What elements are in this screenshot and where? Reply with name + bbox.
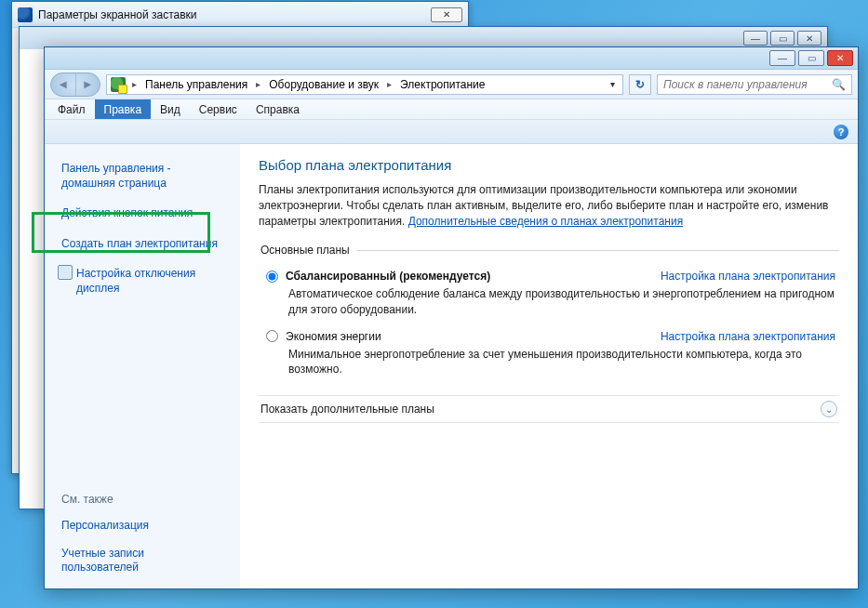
plan-balanced-name: Сбалансированный (рекомендуется) xyxy=(286,270,490,283)
nav-forward-button[interactable]: ► xyxy=(76,73,100,96)
menu-tools[interactable]: Сервис xyxy=(190,99,247,119)
control-panel-icon xyxy=(111,77,126,92)
plan-balanced-radio[interactable] xyxy=(266,271,278,283)
show-additional-plans[interactable]: Показать дополнительные планы ⌄ xyxy=(259,395,839,423)
address-bar[interactable]: ▸ Панель управления ▸ Оборудование и зву… xyxy=(106,74,623,95)
body-split: Панель управления - домашняя страница Де… xyxy=(45,144,858,588)
plans-legend: Основные планы xyxy=(259,244,357,257)
plan-balanced-configure-link[interactable]: Настройка плана электропитания xyxy=(661,270,835,283)
main-plans-group: Основные планы Сбалансированный (рекомен… xyxy=(259,244,839,390)
plan-powersaver-configure-link[interactable]: Настройка плана электропитания xyxy=(661,330,835,343)
sidebar-item-display-off[interactable]: Настройка отключения дисплея xyxy=(45,262,240,299)
sidebar-item-home[interactable]: Панель управления - домашняя страница xyxy=(45,157,240,194)
breadcrumb-control-panel[interactable]: Панель управления xyxy=(143,78,249,91)
see-also-header: См. также xyxy=(45,489,240,509)
help-icon[interactable]: ? xyxy=(834,125,848,139)
search-icon: 🔍 xyxy=(832,78,846,91)
main-titlebar: — ▭ ✕ xyxy=(45,47,858,70)
search-input[interactable]: Поиск в панели управления 🔍 xyxy=(657,74,852,95)
plan-powersaver: Экономия энергии Настройка плана электро… xyxy=(262,330,835,377)
breadcrumb-sep-icon: ▸ xyxy=(129,79,140,89)
plan-balanced: Сбалансированный (рекомендуется) Настрой… xyxy=(262,270,835,316)
breadcrumb-sep-icon: ▸ xyxy=(253,79,263,89)
menu-bar: Файл Правка Вид Сервис Справка xyxy=(45,99,858,120)
breadcrumb-sep-icon: ▸ xyxy=(384,79,394,89)
bgwin1-title: Параметры экранной заставки xyxy=(38,8,197,21)
breadcrumb-hardware-sound[interactable]: Оборудование и звук xyxy=(267,78,381,91)
menu-view[interactable]: Вид xyxy=(151,99,190,119)
bgwin1-titlebar: Параметры экранной заставки ✕ xyxy=(12,2,468,28)
plan-powersaver-name: Экономия энергии xyxy=(286,330,381,343)
menu-edit[interactable]: Правка xyxy=(95,99,152,119)
more-info-link[interactable]: Дополнительные сведения о планах электро… xyxy=(408,215,683,228)
plan-powersaver-desc: Минимальное энергопотребление за счет ум… xyxy=(288,347,835,377)
bgwin2-minimize-button[interactable]: — xyxy=(743,31,768,46)
main-minimize-button[interactable]: — xyxy=(769,50,795,66)
menu-file[interactable]: Файл xyxy=(48,99,95,119)
sidebar-item-power-buttons[interactable]: Действия кнопок питания xyxy=(45,202,240,224)
bgwin1-close-button[interactable]: ✕ xyxy=(431,7,462,22)
sidebar: Панель управления - домашняя страница Де… xyxy=(45,144,240,588)
bgwin2-close-button[interactable]: ✕ xyxy=(797,31,821,46)
see-also-personalization[interactable]: Персонализация xyxy=(45,515,240,537)
breadcrumb-power-options[interactable]: Электропитание xyxy=(398,78,487,91)
main-close-button[interactable]: ✕ xyxy=(827,50,853,66)
power-options-window: — ▭ ✕ ◄ ► ▸ Панель управления ▸ Оборудов… xyxy=(44,46,859,589)
refresh-button[interactable]: ↻ xyxy=(629,74,651,95)
menu-help[interactable]: Справка xyxy=(247,99,309,119)
plan-balanced-desc: Автоматическое соблюдение баланса между … xyxy=(288,286,835,316)
nav-back-button[interactable]: ◄ xyxy=(51,73,76,96)
page-title: Выбор плана электропитания xyxy=(259,157,839,173)
show-more-label: Показать дополнительные планы xyxy=(260,403,434,416)
content-pane: Выбор плана электропитания Планы электро… xyxy=(240,144,858,588)
main-maximize-button[interactable]: ▭ xyxy=(798,50,824,66)
address-dropdown-button[interactable]: ▾ xyxy=(607,79,619,89)
explorer-navbar: ◄ ► ▸ Панель управления ▸ Оборудование и… xyxy=(45,70,858,99)
intro-paragraph: Планы электропитания используются для оп… xyxy=(259,182,839,229)
plan-powersaver-radio[interactable] xyxy=(266,330,278,342)
search-placeholder: Поиск в панели управления xyxy=(663,78,808,91)
see-also-user-accounts[interactable]: Учетные записи пользователей xyxy=(45,543,240,579)
tool-row: ? xyxy=(45,120,858,144)
nav-back-forward: ◄ ► xyxy=(50,73,100,97)
chevron-down-icon: ⌄ xyxy=(821,401,837,417)
monitor-icon xyxy=(18,7,33,22)
bgwin2-maximize-button[interactable]: ▭ xyxy=(770,31,795,46)
sidebar-item-create-plan[interactable]: Создать план электропитания xyxy=(45,232,240,255)
